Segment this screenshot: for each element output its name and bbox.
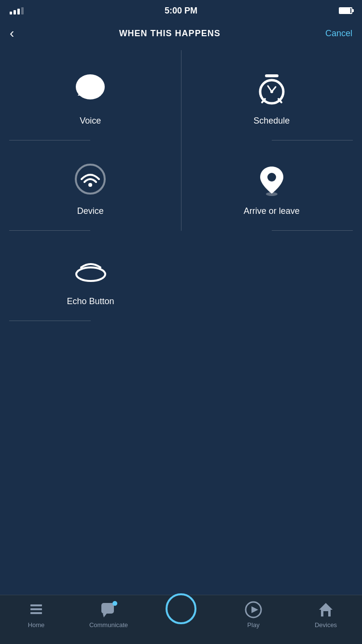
- arrive-leave-label: Arrive or leave: [244, 206, 300, 216]
- communicate-icon-wrap: [100, 601, 117, 618]
- battery-indicator: [339, 7, 352, 14]
- back-button[interactable]: ‹: [10, 27, 14, 40]
- signal-bar-2: [14, 10, 16, 14]
- svg-marker-18: [103, 614, 107, 617]
- nav-header: ‹ WHEN THIS HAPPENS Cancel: [0, 21, 362, 50]
- voice-icon: [71, 70, 110, 108]
- alexa-ring-icon: [166, 593, 196, 624]
- svg-point-0: [76, 74, 105, 99]
- play-nav-label: Play: [247, 621, 259, 629]
- svg-point-13: [76, 267, 105, 281]
- svg-point-6: [270, 90, 273, 93]
- option-device[interactable]: Device: [0, 140, 181, 231]
- nav-item-home[interactable]: Home: [0, 601, 72, 629]
- bottom-divider-echo: [9, 321, 91, 321]
- cancel-button[interactable]: Cancel: [325, 28, 352, 39]
- svg-rect-16: [30, 612, 42, 614]
- communicate-nav-label: Communicate: [89, 621, 128, 629]
- option-voice[interactable]: Voice: [0, 50, 181, 140]
- svg-rect-23: [323, 611, 328, 616]
- option-echo-button[interactable]: Echo Button: [0, 231, 181, 321]
- echo-button-label: Echo Button: [67, 296, 114, 307]
- options-row-2: Device Arrive or leave: [0, 140, 362, 231]
- signal-bar-4: [21, 7, 24, 14]
- status-time: 5:00 PM: [165, 6, 197, 16]
- devices-nav-label: Devices: [315, 621, 337, 629]
- svg-point-12: [266, 192, 278, 196]
- signal-bar-3: [17, 9, 20, 14]
- schedule-label: Schedule: [253, 116, 290, 126]
- signal-indicator: [10, 7, 24, 14]
- home-nav-label: Home: [28, 621, 45, 629]
- communicate-dot: [112, 601, 117, 606]
- signal-bar-1: [10, 12, 12, 14]
- alexa-icon-wrap: [166, 593, 196, 624]
- empty-cell: [181, 231, 362, 321]
- svg-marker-21: [319, 603, 333, 610]
- svg-rect-15: [30, 608, 42, 610]
- schedule-icon: [252, 70, 291, 108]
- location-icon: [252, 160, 291, 198]
- svg-marker-20: [251, 606, 258, 613]
- options-row-1: Voice: [0, 50, 362, 140]
- svg-rect-14: [30, 604, 42, 606]
- voice-label: Voice: [80, 116, 101, 126]
- content-area: Voice: [0, 50, 362, 595]
- alexa-inner: [168, 596, 194, 621]
- option-schedule[interactable]: Schedule: [181, 50, 362, 140]
- status-bar: 5:00 PM: [0, 0, 362, 21]
- device-label: Device: [77, 206, 104, 216]
- svg-rect-2: [265, 74, 278, 77]
- device-icon: [71, 160, 110, 198]
- devices-icon-wrap: [317, 601, 334, 618]
- home-icon-wrap: [28, 601, 45, 618]
- svg-rect-17: [101, 603, 114, 614]
- play-icon-wrap: [245, 601, 262, 618]
- nav-item-play[interactable]: Play: [217, 601, 290, 629]
- page-title: WHEN THIS HAPPENS: [119, 28, 221, 39]
- nav-item-alexa[interactable]: [145, 601, 217, 624]
- battery-fill: [340, 8, 350, 13]
- echo-button-icon: [71, 250, 110, 289]
- svg-point-11: [267, 173, 276, 182]
- options-row-3: Echo Button: [0, 231, 362, 321]
- bottom-nav: Home Communicate Play: [0, 595, 362, 644]
- nav-item-devices[interactable]: Devices: [290, 601, 362, 629]
- nav-item-communicate[interactable]: Communicate: [72, 601, 145, 629]
- option-arrive-leave[interactable]: Arrive or leave: [181, 140, 362, 231]
- svg-point-10: [88, 183, 92, 187]
